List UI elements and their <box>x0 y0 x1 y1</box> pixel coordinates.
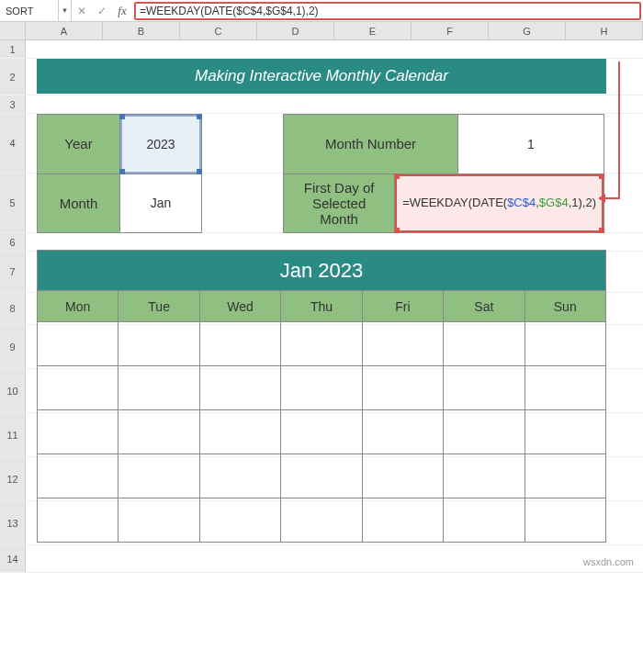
row-header-6[interactable]: 6 <box>0 233 26 251</box>
spreadsheet-grid[interactable]: 1 2 3 4 5 6 7 8 9 10 11 12 13 14 Making … <box>0 40 643 573</box>
calendar-cell[interactable] <box>281 322 362 365</box>
calendar-cell[interactable] <box>363 366 444 409</box>
calendar-cell[interactable] <box>118 410 199 454</box>
day-wed: Wed <box>200 291 281 321</box>
calendar-cell[interactable] <box>281 410 362 454</box>
col-header-g[interactable]: G <box>489 22 566 39</box>
col-header-a[interactable]: A <box>26 22 103 39</box>
calendar-cell[interactable] <box>200 454 281 498</box>
calendar-cell[interactable] <box>281 498 362 542</box>
row-header-8[interactable]: 8 <box>0 293 26 324</box>
name-box-dropdown[interactable]: ▼ <box>59 0 72 21</box>
calendar-cell[interactable] <box>444 454 525 498</box>
calendar-cell[interactable] <box>363 454 444 498</box>
formula-bar: SORT ▼ ✕ ✓ fx =WEEKDAY(DATE($C$4,$G$4,1)… <box>0 0 643 22</box>
calendar-week-row <box>38 365 605 409</box>
calendar-weekday-header: Mon Tue Wed Thu Fri Sat Sun <box>38 290 605 321</box>
row-header-10[interactable]: 10 <box>0 369 26 412</box>
calendar-cell[interactable] <box>38 498 118 542</box>
col-header-d[interactable]: D <box>257 22 334 39</box>
year-month-controls: Year 2023 Month Jan <box>37 114 202 233</box>
row-header-1[interactable]: 1 <box>0 40 26 58</box>
enter-icon[interactable]: ✓ <box>92 0 112 21</box>
calendar-cell[interactable] <box>444 322 525 365</box>
day-sun: Sun <box>525 291 605 321</box>
cancel-icon[interactable]: ✕ <box>72 0 92 21</box>
page-title: Making Interactive Monthly Calendar <box>37 59 606 94</box>
annotation-arrow-vertical <box>618 62 620 197</box>
row-header-13[interactable]: 13 <box>0 501 26 544</box>
day-tue: Tue <box>118 291 199 321</box>
calendar-cell[interactable] <box>200 322 281 365</box>
calendar-cell[interactable] <box>38 366 118 409</box>
calendar-cell[interactable] <box>118 366 199 409</box>
col-header-f[interactable]: F <box>412 22 489 39</box>
row-header-7[interactable]: 7 <box>0 252 26 292</box>
calendar-cell[interactable] <box>363 410 444 454</box>
row-header-9[interactable]: 9 <box>0 325 26 368</box>
month-number-cell[interactable]: 1 <box>458 115 604 174</box>
row-header-4[interactable]: 4 <box>0 114 26 173</box>
calendar-cell[interactable] <box>200 410 281 454</box>
calendar-cell[interactable] <box>118 498 199 542</box>
row-header-2[interactable]: 2 <box>0 59 26 95</box>
first-day-cell-editing[interactable]: =WEEKDAY(DATE($C$4,$G$4,1),2) <box>395 174 604 233</box>
calendar-cell[interactable] <box>363 498 444 542</box>
month-number-label: Month Number <box>284 115 458 174</box>
day-fri: Fri <box>363 291 444 321</box>
row-header-11[interactable]: 11 <box>0 413 26 456</box>
annotation-arrow-horizontal <box>604 197 620 199</box>
row-header-12[interactable]: 12 <box>0 457 26 500</box>
calendar-cell[interactable] <box>118 322 199 365</box>
calendar-week-row <box>38 498 605 542</box>
calendar-cell[interactable] <box>525 366 605 409</box>
year-cell[interactable]: 2023 <box>120 115 201 174</box>
calendar-cell[interactable] <box>281 366 362 409</box>
month-label: Month <box>38 174 120 233</box>
row-header-14[interactable]: 14 <box>0 545 26 572</box>
fx-icon[interactable]: fx <box>112 0 132 21</box>
calendar-week-row <box>38 454 605 498</box>
calendar-cell[interactable] <box>281 454 362 498</box>
calendar-cell[interactable] <box>444 366 525 409</box>
select-all-corner[interactable] <box>0 22 26 39</box>
calendar-cell[interactable] <box>525 322 605 365</box>
calendar-cell[interactable] <box>38 410 118 454</box>
col-header-e[interactable]: E <box>334 22 412 39</box>
col-header-h[interactable]: H <box>566 22 643 39</box>
month-number-controls: Month Number 1 First Day of Selected Mon… <box>283 114 604 233</box>
day-sat: Sat <box>444 291 525 321</box>
calendar-cell[interactable] <box>525 498 605 542</box>
row-header-5[interactable]: 5 <box>0 174 26 232</box>
day-mon: Mon <box>38 291 118 321</box>
col-header-b[interactable]: B <box>103 22 180 39</box>
calendar-title: Jan 2023 <box>38 251 605 290</box>
month-cell[interactable]: Jan <box>120 174 201 233</box>
calendar-cell[interactable] <box>444 410 525 454</box>
calendar-cell[interactable] <box>200 366 281 409</box>
row-header-3[interactable]: 3 <box>0 95 26 113</box>
calendar-week-row <box>38 409 605 454</box>
watermark: wsxdn.com <box>583 556 634 567</box>
calendar-cell[interactable] <box>200 498 281 542</box>
calendar-cell[interactable] <box>118 454 199 498</box>
calendar: Jan 2023 Mon Tue Wed Thu Fri Sat Sun <box>37 250 606 543</box>
column-headers: A B C D E F G H <box>0 22 643 40</box>
calendar-cell[interactable] <box>444 498 525 542</box>
calendar-week-row <box>38 321 605 365</box>
calendar-cell[interactable] <box>363 322 444 365</box>
annotation-arrow-head-icon <box>598 194 605 203</box>
day-thu: Thu <box>281 291 362 321</box>
year-value: 2023 <box>146 137 175 151</box>
formula-input[interactable]: =WEEKDAY(DATE($C$4,$G$4,1),2) <box>134 2 641 20</box>
name-box[interactable]: SORT <box>0 0 59 21</box>
calendar-cell[interactable] <box>38 322 118 365</box>
calendar-cell[interactable] <box>525 410 605 454</box>
calendar-cell[interactable] <box>38 454 118 498</box>
year-label: Year <box>38 115 120 174</box>
col-header-c[interactable]: C <box>180 22 257 39</box>
calendar-cell[interactable] <box>525 454 605 498</box>
first-day-label: First Day of Selected Month <box>284 174 395 233</box>
